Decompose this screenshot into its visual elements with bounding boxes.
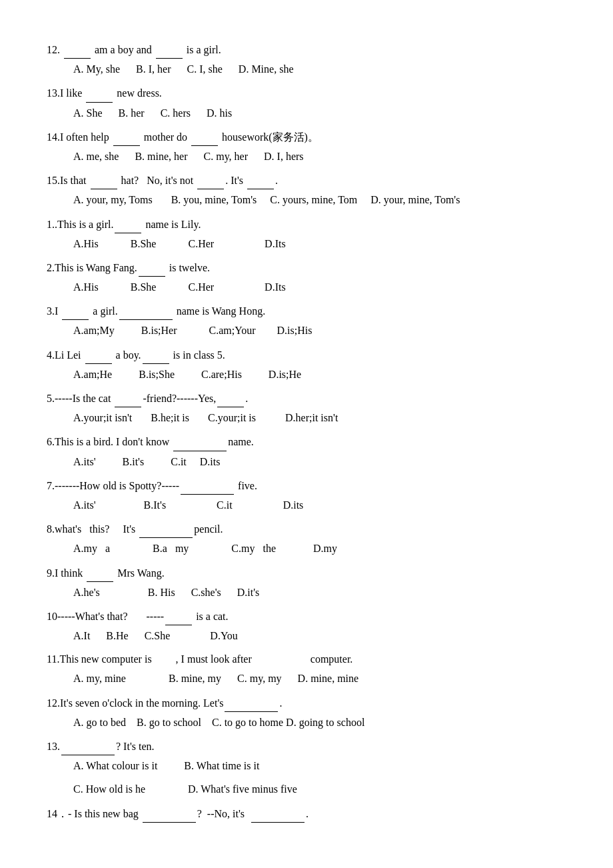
question-7: 7.-------How old is Spotty?----- five. A… — [47, 476, 566, 514]
options: A.His B.She C.Her D.Its — [47, 235, 566, 253]
blank — [86, 83, 113, 102]
options: A. What colour is it B. What time is it — [47, 757, 566, 775]
question-14b: 14．- Is this new bag ? --No, it's . — [47, 804, 566, 823]
question-text: 13.I like new dress. — [47, 83, 566, 102]
options: A.he's B. His C.she's D.it's — [47, 583, 566, 601]
blank — [61, 737, 115, 755]
question-9: 9.I think Mrs Wang. A.he's B. His C.she'… — [47, 563, 566, 601]
question-text: 11.This new computer is , I must look af… — [47, 650, 566, 668]
blank — [251, 804, 305, 823]
question-8: 8.what's this? It's pencil. A.my a B.a m… — [47, 519, 566, 557]
question-11: 11.This new computer is , I must look af… — [47, 650, 566, 687]
blank — [225, 693, 278, 712]
question-text: 14.I often help mother do housework(家务活)… — [47, 127, 566, 146]
question-text: 12. am a boy and is a girl. — [47, 40, 566, 59]
blank — [143, 804, 196, 823]
blank — [139, 519, 193, 538]
options: A. my, mine B. mine, my C. my, my D. min… — [47, 669, 566, 687]
question-5: 5.-----Is the cat -friend?------Yes, . A… — [47, 389, 566, 427]
options: A.your;it isn't B.he;it is C.your;it is … — [47, 409, 566, 427]
options: A.its' B.it's C.it D.its — [47, 453, 566, 471]
options: A. My, she B. I, her C. I, she D. Mine, … — [47, 60, 566, 78]
blank — [115, 215, 141, 233]
question-2: 2.This is Wang Fang. is twelve. A.His B.… — [47, 258, 566, 296]
question-text: 15.Is that hat? No, it's not . It's . — [47, 171, 566, 189]
blank — [165, 607, 192, 625]
question-text: 13. ? It's ten. — [47, 737, 566, 755]
options: A.its' B.It's C.it D.its — [47, 496, 566, 514]
question-12: 12. am a boy and is a girl. A. My, she B… — [47, 40, 566, 78]
question-4: 4.Li Lei a boy. is in class 5. A.am;He B… — [47, 345, 566, 383]
blank — [156, 40, 183, 59]
blank — [173, 432, 227, 451]
blank — [62, 301, 89, 320]
question-13b: 13. ? It's ten. A. What colour is it B. … — [47, 737, 566, 799]
blank — [91, 171, 117, 189]
question-10: 10-----What's that? ----- is a cat. A.It… — [47, 607, 566, 645]
options: A.It B.He C.She D.You — [47, 627, 566, 645]
blank — [143, 345, 169, 364]
question-14: 14.I often help mother do housework(家务活)… — [47, 127, 566, 165]
question-text: 6.This is a bird. I don't know name. — [47, 432, 566, 451]
question-text: 5.-----Is the cat -friend?------Yes, . — [47, 389, 566, 407]
question-text: 10-----What's that? ----- is a cat. — [47, 607, 566, 625]
question-15: 15.Is that hat? No, it's not . It's . A.… — [47, 171, 566, 209]
options: A.am;He B.is;She C.are;His D.is;He — [47, 365, 566, 383]
blank — [113, 127, 140, 146]
blank — [119, 301, 173, 320]
question-13: 13.I like new dress. A. She B. her C. he… — [47, 83, 566, 121]
options: A.His B.She C.Her D.Its — [47, 278, 566, 296]
question-text: 4.Li Lei a boy. is in class 5. — [47, 345, 566, 364]
blank — [217, 389, 244, 407]
question-text: 2.This is Wang Fang. is twelve. — [47, 258, 566, 277]
blank — [85, 345, 112, 364]
blank — [87, 563, 113, 582]
question-text: 12.It's seven o'clock in the morning. Le… — [47, 693, 566, 712]
options-line2: C. How old is he D. What's five minus fi… — [47, 780, 566, 798]
blank — [139, 258, 165, 277]
question-1: 1..This is a girl. name is Lily. A.His B… — [47, 215, 566, 253]
options: A.am;My B.is;Her C.am;Your D.is;His — [47, 321, 566, 339]
question-text: 8.what's this? It's pencil. — [47, 519, 566, 538]
blank — [247, 171, 274, 189]
worksheet-container: 12. am a boy and is a girl. A. My, she B… — [47, 40, 566, 823]
options: A.my a B.a my C.my the D.my — [47, 539, 566, 557]
options: A. go to bed B. go to school C. to go to… — [47, 713, 566, 731]
blank — [64, 40, 91, 59]
options: A. me, she B. mine, her C. my, her D. I,… — [47, 147, 566, 165]
options: A. your, my, Toms B. you, mine, Tom's C.… — [47, 191, 566, 209]
blank — [115, 389, 141, 407]
blank — [197, 171, 224, 189]
question-text: 9.I think Mrs Wang. — [47, 563, 566, 582]
question-text: 1..This is a girl. name is Lily. — [47, 215, 566, 233]
blank — [191, 127, 218, 146]
question-text: 3.I a girl. name is Wang Hong. — [47, 301, 566, 320]
blank — [181, 476, 234, 495]
question-12b: 12.It's seven o'clock in the morning. Le… — [47, 693, 566, 731]
question-text: 7.-------How old is Spotty?----- five. — [47, 476, 566, 495]
question-6: 6.This is a bird. I don't know name. A.i… — [47, 432, 566, 470]
question-3: 3.I a girl. name is Wang Hong. A.am;My B… — [47, 301, 566, 339]
options: A. She B. her C. hers D. his — [47, 104, 566, 122]
question-text: 14．- Is this new bag ? --No, it's . — [47, 804, 566, 823]
